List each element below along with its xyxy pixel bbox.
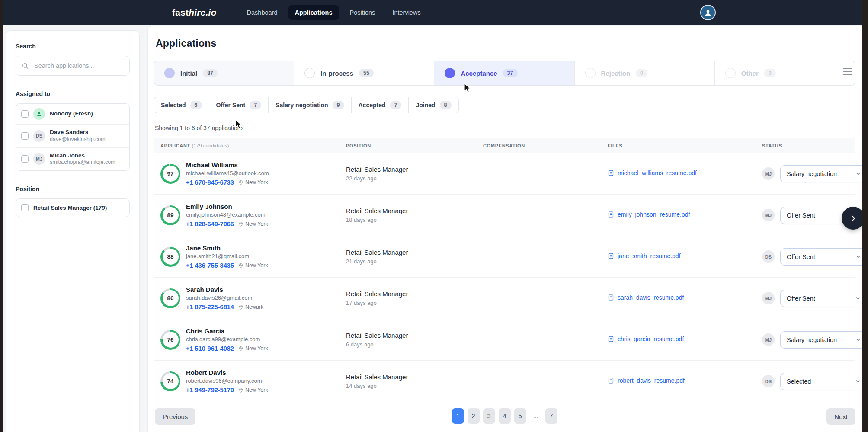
phone-link[interactable]: +1 875-225-6814 <box>186 304 234 310</box>
avatar <box>33 108 45 120</box>
substage-label: Offer Sent <box>216 102 246 109</box>
stage-tab-initial[interactable]: Initial 87 <box>154 61 294 85</box>
phone-link[interactable]: +1 828-649-7066 <box>186 221 234 227</box>
assignee-avatar: MJ <box>762 167 775 180</box>
avatar: DS <box>33 130 45 142</box>
page-button-5[interactable]: 5 <box>514 408 526 424</box>
results-summary: Showing 1 to 6 of 37 applications <box>154 125 855 131</box>
position-title: Retail Sales Manager <box>346 166 476 173</box>
primary-nav: DashboardApplicationsPositionsInterviews <box>240 5 427 20</box>
substage-tab-offer-sent[interactable]: Offer Sent 7 <box>209 97 269 113</box>
previous-page-button[interactable]: Previous <box>155 408 195 425</box>
applicant-location: New York <box>238 262 268 269</box>
substage-label: Salary negotiation <box>275 102 328 109</box>
match-score: 97 <box>163 166 179 182</box>
assignee-checkbox[interactable] <box>21 132 29 140</box>
stage-status-dot <box>304 68 315 78</box>
resume-link[interactable]: emily_johnson_resume.pdf <box>608 211 690 218</box>
applicant-email: emily.johnson48@example.com <box>186 211 268 218</box>
substage-tab-selected[interactable]: Selected 6 <box>154 97 209 113</box>
person-icon <box>704 8 712 17</box>
stage-tab-in-process[interactable]: In-process 55 <box>294 61 434 85</box>
assignee-avatar: MJ <box>762 209 775 221</box>
location-pin-icon <box>238 221 243 227</box>
assignee-checkbox[interactable] <box>21 155 29 163</box>
avatar: MJ <box>33 153 45 165</box>
stage-tab-acceptance[interactable]: Acceptance 37 <box>434 61 574 85</box>
document-icon <box>608 336 614 342</box>
position-title: Retail Sales Manager <box>346 290 476 298</box>
applied-time: 14 days ago <box>346 383 476 389</box>
phone-link[interactable]: +1 670-845-6733 <box>186 179 234 186</box>
brand-logo-italic: hire.io <box>189 7 216 17</box>
applicant-location: New York <box>238 387 268 393</box>
position-checkbox[interactable] <box>21 204 29 211</box>
position-title: Retail Sales Manager <box>346 207 476 214</box>
status-select[interactable]: Offer Sent <box>780 248 862 266</box>
applicant-name: Jane Smith <box>186 244 268 252</box>
phone-link[interactable]: +1 510-961-4082 <box>186 345 234 352</box>
overflow-menu-button[interactable] <box>843 68 852 75</box>
next-page-button[interactable]: Next <box>826 408 855 425</box>
stage-count-badge: 0 <box>636 69 647 77</box>
position-title: Retail Sales Manager <box>346 373 476 381</box>
resume-link[interactable]: chris_garcia_resume.pdf <box>608 336 684 342</box>
status-select[interactable]: Offer Sent <box>780 290 862 307</box>
assignee-filter-item: MJ Micah Jones smita.chopra@amitoje.com <box>16 148 129 171</box>
page-button-4[interactable]: 4 <box>498 408 510 424</box>
stage-tab-rejection[interactable]: Rejection 0 <box>575 61 715 85</box>
resume-link[interactable]: sarah_davis_resume.pdf <box>608 294 684 301</box>
page-button-2[interactable]: 2 <box>467 408 479 424</box>
substage-count-badge: 6 <box>190 101 202 109</box>
substage-label: Accepted <box>359 102 386 109</box>
applied-time: 6 days ago <box>346 341 476 348</box>
stage-status-dot <box>725 68 736 78</box>
col-compensation: COMPENSATION <box>476 143 601 148</box>
col-applicant-sub: (179 candidates) <box>192 143 229 148</box>
page-button-1[interactable]: 1 <box>452 408 464 424</box>
chevron-down-icon <box>855 337 861 342</box>
substage-tab-accepted[interactable]: Accepted 7 <box>351 97 409 113</box>
status-select[interactable]: Selected <box>780 373 862 390</box>
resume-link[interactable]: michael_williams_resume.pdf <box>608 170 697 176</box>
assignee-email: smita.chopra@amitoje.com <box>50 159 115 166</box>
search-icon <box>22 62 29 70</box>
user-avatar[interactable] <box>700 5 716 20</box>
applicant-location: New York <box>238 221 268 227</box>
resume-link[interactable]: robert_davis_resume.pdf <box>608 377 685 384</box>
search-input[interactable] <box>16 56 130 76</box>
phone-link[interactable]: +1 436-755-8435 <box>186 262 234 269</box>
brand-logo-bold: fast <box>172 7 189 17</box>
assignee-filter-item: DS Dave Sanders dave@lovekinship.com <box>16 125 129 148</box>
substage-tab-joined[interactable]: Joined 8 <box>408 97 458 113</box>
stage-count-badge: 87 <box>203 69 218 77</box>
match-score-ring: 86 <box>160 288 180 308</box>
location-pin-icon <box>238 180 243 186</box>
phone-link[interactable]: +1 949-792-5170 <box>186 387 234 394</box>
nav-item-positions[interactable]: Positions <box>343 5 382 20</box>
page-button-7[interactable]: 7 <box>545 408 557 424</box>
hamburger-icon <box>843 68 852 69</box>
nav-item-applications[interactable]: Applications <box>288 5 339 20</box>
substage-label: Selected <box>161 102 186 109</box>
resume-link[interactable]: jane_smith_resume.pdf <box>608 253 681 259</box>
scroll-next-button[interactable] <box>842 207 862 230</box>
nav-item-interviews[interactable]: Interviews <box>386 5 427 20</box>
assignee-avatar: DS <box>762 250 775 263</box>
table-header: APPLICANT (179 candidates) POSITION COMP… <box>154 138 855 153</box>
brand-logo: fasthire.io <box>172 7 217 18</box>
applicant-location: New York <box>238 179 268 186</box>
stage-tab-other[interactable]: Other 0 <box>715 61 855 85</box>
applications-table: 97 Michael Williams michael.williams45@o… <box>154 153 855 402</box>
location-pin-icon <box>238 263 243 269</box>
col-applicant: APPLICANT (179 candidates) <box>154 143 339 148</box>
assignee-filter-list: Nobody (Fresh) DS Dave Sanders dave@love… <box>16 103 130 171</box>
substage-tab-salary-negotiation[interactable]: Salary negotiation 9 <box>268 97 351 113</box>
assignee-checkbox[interactable] <box>21 110 29 118</box>
page-button-3[interactable]: 3 <box>483 408 495 424</box>
applied-time: 17 days ago <box>346 300 476 306</box>
status-select[interactable]: Salary negotiation <box>780 165 862 182</box>
nav-item-dashboard[interactable]: Dashboard <box>240 5 284 20</box>
status-select[interactable]: Salary negotiation <box>780 331 862 349</box>
applied-time: 22 days ago <box>346 175 476 182</box>
